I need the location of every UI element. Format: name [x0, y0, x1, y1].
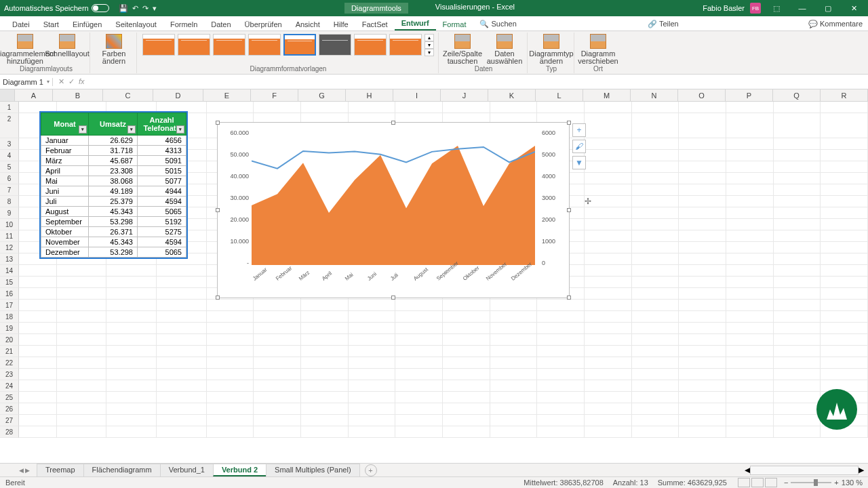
table-header[interactable]: Anzahl Telefonate▾: [138, 113, 186, 136]
user-name[interactable]: Fabio Basler: [703, 4, 745, 12]
col-header[interactable]: N: [631, 89, 678, 101]
col-header[interactable]: I: [393, 89, 441, 101]
table-row[interactable]: Juni49.1894944: [41, 186, 186, 197]
table-row[interactable]: Oktober26.3715275: [41, 227, 186, 237]
row-header[interactable]: 10: [0, 219, 19, 230]
zoom-level[interactable]: 130 %: [842, 479, 863, 487]
chart-style-6[interactable]: [319, 34, 351, 56]
filter-icon[interactable]: ▾: [79, 125, 87, 134]
zoom-out-icon[interactable]: −: [784, 479, 788, 487]
row-header[interactable]: 18: [0, 311, 19, 323]
table-row[interactable]: Dezember53.2985065: [41, 247, 186, 258]
maximize-icon[interactable]: ▢: [818, 4, 838, 13]
comments-button[interactable]: 💬 Kommentare: [803, 18, 868, 30]
row-header[interactable]: 16: [0, 288, 19, 300]
col-header[interactable]: D: [153, 89, 203, 101]
redo-icon[interactable]: ↷: [142, 4, 149, 13]
table-row[interactable]: April23.3085015: [41, 166, 186, 176]
zoom-in-icon[interactable]: +: [834, 479, 838, 487]
row-header[interactable]: 2: [0, 113, 19, 138]
sheet-tab[interactable]: Verbund 2: [213, 464, 267, 476]
chart-elements-icon[interactable]: +: [572, 123, 586, 137]
col-header[interactable]: K: [488, 89, 536, 101]
chart-styles-icon[interactable]: 🖌: [572, 140, 586, 153]
sheet-tab[interactable]: Treemap: [37, 464, 84, 476]
row-header[interactable]: 15: [0, 277, 19, 288]
col-header[interactable]: C: [103, 89, 153, 101]
col-header[interactable]: F: [251, 89, 298, 101]
chart-style-8[interactable]: [389, 34, 422, 56]
cancel-formula-icon[interactable]: ✕: [58, 77, 64, 86]
row-header[interactable]: 4: [0, 150, 19, 161]
tab-daten[interactable]: Daten: [204, 18, 237, 30]
col-header[interactable]: O: [678, 89, 726, 101]
hscroll-right-icon[interactable]: ▶: [859, 466, 864, 474]
row-header[interactable]: 5: [0, 161, 19, 173]
move-chart-button[interactable]: Diagramm verschieben: [578, 33, 618, 65]
row-header[interactable]: 27: [0, 415, 19, 426]
gallery-down-icon[interactable]: ▾: [425, 41, 434, 49]
tab-format[interactable]: Format: [436, 18, 473, 30]
row-header[interactable]: 24: [0, 380, 19, 392]
search-tab[interactable]: 🔍 Suchen: [473, 18, 523, 30]
view-normal-icon[interactable]: [738, 478, 750, 487]
sheet-nav-prev-icon[interactable]: ◀: [19, 467, 24, 474]
qat-more-icon[interactable]: ▾: [153, 4, 157, 13]
chart-object[interactable]: 60.00050.00040.00030.00020.00010.000- 60…: [217, 122, 570, 298]
table-row[interactable]: August45.3435065: [41, 207, 186, 217]
table-row[interactable]: Mai38.0685077: [41, 176, 186, 186]
sheet-nav-next-icon[interactable]: ▶: [25, 467, 30, 474]
add-chart-element-button[interactable]: Diagrammelement hinzufügen: [5, 33, 45, 65]
tab-start[interactable]: Start: [37, 18, 66, 30]
row-header[interactable]: 13: [0, 253, 19, 265]
ribbon-options-icon[interactable]: ⬚: [766, 4, 787, 13]
change-colors-button[interactable]: Farben ändern: [94, 33, 134, 65]
row-header[interactable]: 12: [0, 242, 19, 253]
chart-plot-area[interactable]: [252, 131, 535, 265]
col-header[interactable]: M: [583, 89, 631, 101]
row-header[interactable]: 23: [0, 369, 19, 380]
close-icon[interactable]: ✕: [844, 4, 864, 13]
tab-datei[interactable]: Datei: [5, 18, 37, 30]
chart-y-axis-right[interactable]: 6000500040003000200010000: [542, 129, 565, 266]
chart-style-1[interactable]: [142, 34, 175, 56]
share-button[interactable]: 🔗 Teilen: [642, 18, 684, 30]
chart-style-3[interactable]: [213, 34, 245, 56]
table-row[interactable]: Februar31.7184313: [41, 146, 186, 156]
row-header[interactable]: 22: [0, 357, 19, 369]
col-header[interactable]: A: [15, 89, 53, 101]
name-box[interactable]: Diagramm 1▾: [0, 78, 53, 86]
table-row[interactable]: September53.2985192: [41, 217, 186, 227]
enter-formula-icon[interactable]: ✓: [68, 77, 75, 86]
row-header[interactable]: 19: [0, 323, 19, 334]
tab-factset[interactable]: FactSet: [355, 18, 395, 30]
col-header[interactable]: J: [441, 89, 488, 101]
chart-y-axis-left[interactable]: 60.00050.00040.00030.00020.00010.000-: [222, 129, 249, 266]
row-header[interactable]: 21: [0, 346, 19, 357]
chart-style-4[interactable]: [248, 34, 281, 56]
row-header[interactable]: 6: [0, 173, 19, 184]
col-header[interactable]: P: [726, 89, 773, 101]
undo-icon[interactable]: ↶: [132, 4, 138, 13]
col-header[interactable]: B: [53, 89, 103, 101]
tab-seitenlayout[interactable]: Seitenlayout: [108, 18, 163, 30]
row-header[interactable]: 28: [0, 426, 19, 438]
col-header[interactable]: L: [536, 89, 583, 101]
col-header[interactable]: H: [346, 89, 393, 101]
row-header[interactable]: 9: [0, 207, 19, 219]
sheet-tab[interactable]: Flächendiagramm: [83, 464, 161, 476]
tab-überprüfen[interactable]: Überprüfen: [238, 18, 289, 30]
table-header[interactable]: Umsatz▾: [89, 113, 138, 136]
quick-layout-button[interactable]: Schnelllayout: [47, 33, 87, 58]
save-icon[interactable]: 💾: [119, 4, 128, 13]
gallery-more-icon[interactable]: ▾: [425, 49, 434, 56]
row-header[interactable]: 11: [0, 230, 19, 242]
row-header[interactable]: 8: [0, 196, 19, 207]
view-page-break-icon[interactable]: [765, 478, 777, 487]
horizontal-scrollbar[interactable]: [750, 466, 859, 475]
col-header[interactable]: R: [821, 89, 868, 101]
select-data-button[interactable]: Daten auswählen: [485, 33, 524, 65]
sheet-tab[interactable]: Small Multiples (Panel): [266, 464, 359, 476]
zoom-slider[interactable]: [791, 482, 831, 483]
chart-style-2[interactable]: [178, 34, 210, 56]
